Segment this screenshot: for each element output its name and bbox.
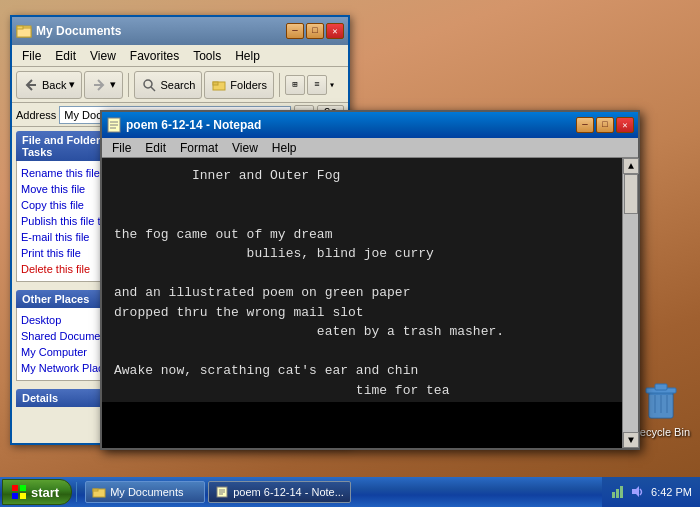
notepad-menu-file[interactable]: File (106, 140, 137, 156)
search-label: Search (160, 79, 195, 91)
desktop: My Documents ─ □ ✕ File Edit View Favori… (0, 0, 700, 507)
my-documents-toolbar: Back ▾ ▾ Search Folders (12, 67, 348, 103)
forward-dropdown-icon: ▾ (110, 78, 116, 91)
notepad-window: poem 6-12-14 - Notepad ─ □ ✕ File Edit F… (100, 110, 640, 450)
notepad-menu-format[interactable]: Format (174, 140, 224, 156)
notepad-titlebar[interactable]: poem 6-12-14 - Notepad ─ □ ✕ (102, 112, 638, 138)
notepad-minimize-button[interactable]: ─ (576, 117, 594, 133)
folders-label: Folders (230, 79, 267, 91)
notepad-controls: ─ □ ✕ (576, 117, 634, 133)
taskbar-notepad-label: poem 6-12-14 - Note... (233, 486, 344, 498)
svg-rect-2 (17, 26, 23, 29)
svg-marker-36 (632, 486, 639, 497)
scrollbar-thumb[interactable] (624, 174, 638, 214)
forward-icon (91, 77, 107, 93)
menu-help[interactable]: Help (229, 47, 266, 65)
back-dropdown-icon: ▾ (69, 78, 75, 91)
notepad-body: Inner and Outer Fog the fog came out of … (102, 158, 638, 448)
notepad-title: poem 6-12-14 - Notepad (126, 118, 572, 132)
folders-button[interactable]: Folders (204, 71, 274, 99)
taskbar-notepad-icon (215, 486, 229, 498)
menu-file[interactable]: File (16, 47, 47, 65)
notepad-menu-view[interactable]: View (226, 140, 264, 156)
recycle-bin-label: Recycle Bin (632, 426, 690, 438)
start-label: start (31, 485, 59, 500)
menu-view[interactable]: View (84, 47, 122, 65)
svg-rect-26 (20, 493, 26, 499)
svg-rect-23 (12, 485, 18, 491)
back-button[interactable]: Back ▾ (16, 71, 82, 99)
taskbar-my-documents[interactable]: My Documents (85, 481, 205, 503)
view-icon-1[interactable]: ⊞ (285, 75, 305, 95)
system-tray (610, 484, 645, 500)
svg-line-6 (151, 87, 155, 91)
my-documents-titlebar[interactable]: My Documents ─ □ ✕ (12, 17, 348, 45)
taskbar-folder-icon (92, 486, 106, 498)
forward-button[interactable]: ▾ (84, 71, 123, 99)
menu-favorites[interactable]: Favorites (124, 47, 185, 65)
notepad-scrollbar: ▲ ▼ (622, 158, 638, 448)
svg-rect-8 (213, 82, 218, 85)
my-documents-menu-bar: File Edit View Favorites Tools Help (12, 45, 348, 67)
my-documents-close-button[interactable]: ✕ (326, 23, 344, 39)
notepad-menu-edit[interactable]: Edit (139, 140, 172, 156)
taskbar-clock-area: 6:42 PM (602, 477, 700, 507)
address-label: Address (16, 109, 56, 121)
svg-rect-28 (93, 489, 98, 491)
notepad-title-icon (106, 117, 122, 133)
my-documents-maximize-button[interactable]: □ (306, 23, 324, 39)
taskbar-clock: 6:42 PM (651, 486, 692, 498)
scrollbar-track (623, 174, 638, 432)
search-button[interactable]: Search (134, 71, 202, 99)
svg-rect-19 (655, 384, 667, 390)
network-tray-icon (610, 484, 626, 500)
taskbar-items: My Documents poem 6-12-14 - Note... (81, 481, 602, 503)
recycle-bin[interactable]: Recycle Bin (632, 380, 690, 438)
svg-rect-35 (620, 486, 623, 498)
search-icon (141, 77, 157, 93)
my-documents-title-icon (16, 23, 32, 39)
menu-edit[interactable]: Edit (49, 47, 82, 65)
notepad-maximize-button[interactable]: □ (596, 117, 614, 133)
my-documents-title: My Documents (36, 24, 282, 38)
back-label: Back (42, 79, 66, 91)
notepad-menu-bar: File Edit Format View Help (102, 138, 638, 158)
taskbar-notepad[interactable]: poem 6-12-14 - Note... (208, 481, 351, 503)
back-icon (23, 77, 39, 93)
notepad-menu-help[interactable]: Help (266, 140, 303, 156)
toolbar-sep-2 (279, 73, 280, 97)
my-documents-controls: ─ □ ✕ (286, 23, 344, 39)
taskbar: start My Documents poem 6-12-14 - Note..… (0, 477, 700, 507)
notepad-close-button[interactable]: ✕ (616, 117, 634, 133)
my-documents-minimize-button[interactable]: ─ (286, 23, 304, 39)
view-icon-2[interactable]: ≡ (307, 75, 327, 95)
menu-tools[interactable]: Tools (187, 47, 227, 65)
notepad-text-area[interactable]: Inner and Outer Fog the fog came out of … (102, 158, 622, 402)
scrollbar-up-button[interactable]: ▲ (623, 158, 639, 174)
taskbar-divider (76, 482, 77, 502)
svg-rect-25 (12, 493, 18, 499)
start-button[interactable]: start (2, 479, 72, 505)
toolbar-sep-1 (128, 73, 129, 97)
svg-rect-24 (20, 485, 26, 491)
recycle-bin-icon (641, 380, 681, 424)
folders-icon (211, 77, 227, 93)
taskbar-my-documents-label: My Documents (110, 486, 183, 498)
svg-rect-33 (612, 492, 615, 498)
svg-point-5 (144, 80, 152, 88)
windows-logo-icon (11, 484, 27, 500)
svg-rect-34 (616, 489, 619, 498)
volume-tray-icon (629, 484, 645, 500)
view-dropdown[interactable]: ▾ (329, 79, 335, 91)
scrollbar-down-button[interactable]: ▼ (623, 432, 639, 448)
